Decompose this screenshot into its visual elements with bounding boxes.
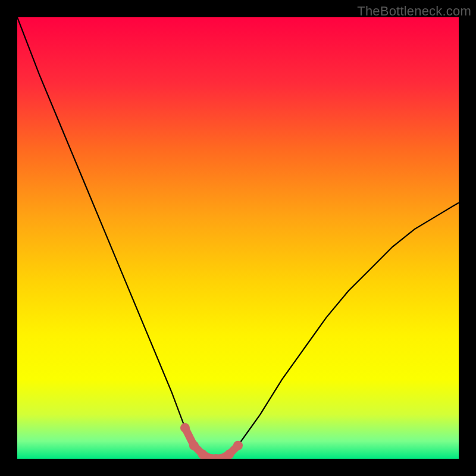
watermark-text: TheBottleneck.com: [357, 4, 471, 19]
optimal-point: [198, 450, 208, 459]
optimal-point: [189, 441, 199, 450]
bottleneck-chart: [17, 17, 459, 459]
optimal-point: [224, 450, 234, 459]
optimal-point: [180, 423, 190, 433]
optimal-point: [233, 441, 243, 450]
chart-svg: [17, 17, 459, 459]
chart-background: [17, 17, 459, 459]
